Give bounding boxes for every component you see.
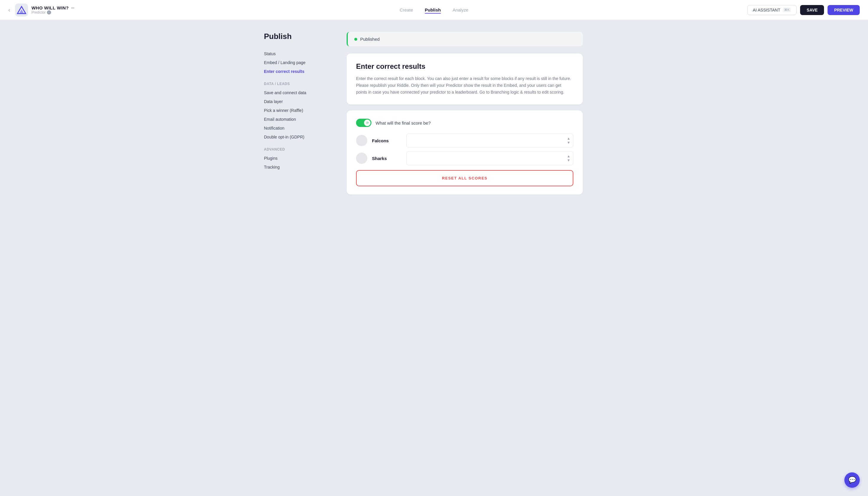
question-toggle[interactable]: ⟳ (356, 119, 371, 127)
falcons-increment[interactable]: ▲ (567, 137, 570, 140)
falcons-name: Falcons (372, 138, 402, 143)
question-header: ⟳ What will the final score be? (356, 119, 573, 127)
main-layout: Publish Status Embed / Landing page Ente… (257, 20, 611, 496)
logo-icon (15, 3, 28, 17)
nav-publish[interactable]: Publish (425, 6, 441, 14)
status-dot (354, 38, 357, 41)
header-subtitle: Predictor i (32, 10, 75, 14)
sidebar-item-notification[interactable]: Notification (264, 124, 329, 133)
reset-all-scores-button[interactable]: RESET ALL SCORES (356, 170, 573, 186)
sidebar-item-raffle[interactable]: Pick a winner (Raffle) (264, 106, 329, 115)
sidebar-item-save-data[interactable]: Save and connect data (264, 88, 329, 97)
nav-create[interactable]: Create (400, 6, 413, 14)
sharks-increment[interactable]: ▲ (567, 154, 570, 158)
falcons-score-input[interactable] (406, 134, 573, 148)
chat-bubble[interactable]: 💬 (844, 472, 860, 488)
app-header: ‹ WHO WILL WIN? ✏ Predictor i Create Pub… (0, 0, 868, 20)
sharks-name: Sharks (372, 156, 402, 161)
sidebar-item-results[interactable]: Enter correct results (264, 67, 329, 76)
app-title: WHO WILL WIN? (32, 5, 69, 10)
teams-grid: Falcons ▲ ▼ Sharks (356, 134, 573, 165)
info-card-description: Enter the correct result for each block.… (356, 75, 573, 96)
info-card-title: Enter correct results (356, 62, 573, 71)
sidebar-section-advanced: Advanced (264, 147, 329, 152)
ai-assistant-label: AI ASSISTANT (753, 8, 780, 12)
header-actions: AI ASSISTANT ⌘K SAVE PREVIEW (576, 5, 860, 15)
sidebar-item-plugins[interactable]: Plugins (264, 154, 329, 163)
header-title-row: WHO WILL WIN? ✏ (32, 5, 75, 10)
preview-button[interactable]: PREVIEW (827, 5, 860, 15)
nav-analyze[interactable]: Analyze (453, 6, 468, 14)
sharks-score-wrapper: ▲ ▼ (406, 151, 573, 165)
status-bar: Published (346, 32, 583, 46)
status-text: Published (360, 36, 380, 42)
question-card: ⟳ What will the final score be? Falcons … (346, 110, 583, 195)
sharks-decrement[interactable]: ▼ (567, 158, 570, 162)
toggle-icon: ⟳ (364, 120, 371, 126)
sidebar-item-gdpr[interactable]: Double opt-in (GDPR) (264, 133, 329, 141)
sidebar-item-tracking[interactable]: Tracking (264, 163, 329, 172)
sidebar-title: Publish (264, 32, 329, 41)
team-row-sharks: Sharks ▲ ▼ (356, 151, 573, 165)
falcons-score-wrapper: ▲ ▼ (406, 134, 573, 148)
sidebar-section-data: Data / Leads (264, 82, 329, 86)
subtitle-text: Predictor (32, 10, 46, 14)
header-title-block: WHO WILL WIN? ✏ Predictor i (32, 5, 75, 14)
sidebar-item-embed[interactable]: Embed / Landing page (264, 58, 329, 67)
question-text: What will the final score be? (375, 121, 431, 125)
back-icon[interactable]: ‹ (8, 6, 10, 13)
sidebar-item-email[interactable]: Email automation (264, 115, 329, 124)
header-left: ‹ WHO WILL WIN? ✏ Predictor i (8, 3, 292, 17)
sidebar-item-data-layer[interactable]: Data layer (264, 97, 329, 106)
sidebar-item-status[interactable]: Status (264, 49, 329, 58)
sidebar: Publish Status Embed / Landing page Ente… (264, 32, 329, 484)
header-nav: Create Publish Analyze (292, 6, 576, 14)
falcons-spinners: ▲ ▼ (567, 137, 570, 144)
chat-icon: 💬 (848, 476, 856, 484)
sharks-score-input[interactable] (406, 151, 573, 165)
info-card: Enter correct results Enter the correct … (346, 53, 583, 105)
sharks-spinners: ▲ ▼ (567, 154, 570, 162)
info-icon[interactable]: i (47, 10, 51, 14)
sharks-avatar (356, 153, 367, 164)
falcons-avatar (356, 135, 367, 146)
ai-shortcut-badge: ⌘K (783, 8, 791, 12)
falcons-decrement[interactable]: ▼ (567, 141, 570, 144)
team-row-falcons: Falcons ▲ ▼ (356, 134, 573, 148)
main-content: Published Enter correct results Enter th… (346, 32, 583, 484)
save-button[interactable]: SAVE (800, 5, 824, 15)
edit-icon[interactable]: ✏ (71, 5, 75, 10)
ai-assistant-button[interactable]: AI ASSISTANT ⌘K (747, 5, 796, 15)
